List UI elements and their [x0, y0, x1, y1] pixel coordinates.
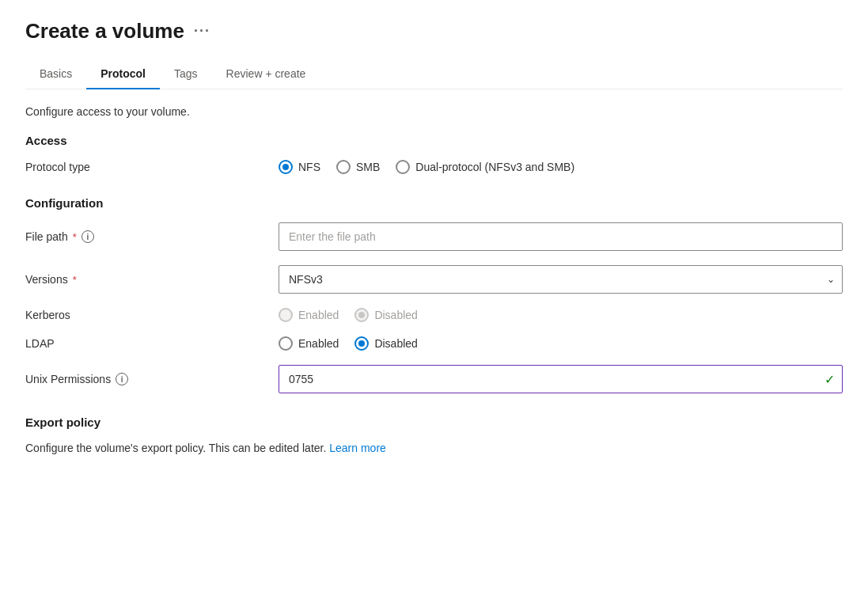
protocol-smb-radio[interactable]: [336, 160, 351, 174]
ldap-radio-group: Enabled Disabled: [279, 336, 843, 351]
protocol-type-control: NFS SMB Dual-protocol (NFSv3 and SMB): [279, 160, 843, 174]
ldap-label: LDAP: [25, 337, 279, 350]
protocol-type-radio-group: NFS SMB Dual-protocol (NFSv3 and SMB): [279, 160, 843, 174]
protocol-type-row: Protocol type NFS SMB Dual-protocol (NFS…: [25, 160, 843, 174]
tab-tags[interactable]: Tags: [160, 59, 212, 89]
kerberos-disabled-radio: [354, 308, 369, 322]
tab-review-create[interactable]: Review + create: [212, 59, 320, 89]
kerberos-enabled-radio: [279, 308, 293, 322]
protocol-nfs-option[interactable]: NFS: [279, 160, 320, 174]
tab-basics[interactable]: Basics: [25, 59, 86, 89]
file-path-control: [279, 222, 843, 251]
ldap-disabled-option[interactable]: Disabled: [354, 336, 417, 351]
kerberos-radio-group: Enabled Disabled: [279, 308, 843, 322]
ldap-enabled-label: Enabled: [298, 337, 339, 350]
protocol-smb-label: SMB: [356, 161, 380, 173]
tab-bar: Basics Protocol Tags Review + create: [25, 59, 843, 89]
ldap-control: Enabled Disabled: [279, 336, 843, 351]
kerberos-control: Enabled Disabled: [279, 308, 843, 322]
file-path-row: File path * i: [25, 222, 843, 251]
access-section: Access Protocol type NFS SMB D: [25, 134, 843, 174]
file-path-input[interactable]: [279, 222, 843, 251]
unix-permissions-label: Unix Permissions i: [25, 373, 279, 385]
protocol-dual-radio[interactable]: [396, 160, 410, 174]
section-description: Configure access to your volume.: [25, 105, 843, 118]
page-title: Create a volume: [25, 19, 184, 44]
versions-select-wrapper: NFSv3 NFSv4.1 ⌄: [279, 265, 843, 294]
unix-permissions-row: Unix Permissions i ✓: [25, 365, 843, 393]
kerberos-enabled-label: Enabled: [298, 309, 339, 321]
export-policy-heading: Export policy: [25, 416, 843, 429]
access-heading: Access: [25, 134, 843, 147]
unix-permissions-info-icon[interactable]: i: [116, 373, 128, 385]
file-path-info-icon[interactable]: i: [81, 230, 94, 243]
kerberos-disabled-option: Disabled: [354, 308, 417, 322]
more-options-icon[interactable]: ···: [194, 23, 210, 40]
versions-select[interactable]: NFSv3 NFSv4.1: [279, 265, 843, 294]
versions-control: NFSv3 NFSv4.1 ⌄: [279, 265, 843, 294]
versions-label: Versions *: [25, 273, 279, 286]
kerberos-disabled-label: Disabled: [374, 309, 417, 321]
kerberos-enabled-option: Enabled: [279, 308, 339, 322]
export-policy-section: Export policy Configure the volume's exp…: [25, 416, 843, 454]
configuration-heading: Configuration: [25, 196, 843, 210]
file-path-required: *: [73, 231, 77, 243]
versions-required: *: [73, 274, 77, 286]
protocol-dual-option[interactable]: Dual-protocol (NFSv3 and SMB): [396, 160, 574, 174]
unix-permissions-control: ✓: [279, 365, 843, 393]
ldap-enabled-option[interactable]: Enabled: [279, 336, 339, 351]
learn-more-link[interactable]: Learn more: [329, 442, 386, 454]
kerberos-label: Kerberos: [25, 309, 279, 321]
configuration-section: Configuration File path * i Versions * N…: [25, 196, 843, 393]
protocol-smb-option[interactable]: SMB: [336, 160, 380, 174]
protocol-nfs-radio[interactable]: [279, 160, 293, 174]
checkmark-icon: ✓: [824, 372, 835, 387]
page-title-area: Create a volume ···: [25, 19, 843, 44]
tab-protocol[interactable]: Protocol: [86, 59, 160, 89]
kerberos-row: Kerberos Enabled Disabled: [25, 308, 843, 322]
protocol-nfs-label: NFS: [298, 161, 320, 173]
file-path-label: File path * i: [25, 230, 279, 243]
protocol-type-label: Protocol type: [25, 161, 279, 173]
unix-permissions-input[interactable]: [279, 365, 843, 393]
ldap-enabled-radio[interactable]: [279, 336, 293, 351]
ldap-row: LDAP Enabled Disabled: [25, 336, 843, 351]
versions-row: Versions * NFSv3 NFSv4.1 ⌄: [25, 265, 843, 294]
export-policy-description: Configure the volume's export policy. Th…: [25, 442, 843, 454]
ldap-disabled-label: Disabled: [374, 337, 417, 350]
protocol-dual-label: Dual-protocol (NFSv3 and SMB): [415, 161, 574, 173]
unix-permissions-input-wrapper: ✓: [279, 365, 843, 393]
ldap-disabled-radio[interactable]: [354, 336, 369, 351]
